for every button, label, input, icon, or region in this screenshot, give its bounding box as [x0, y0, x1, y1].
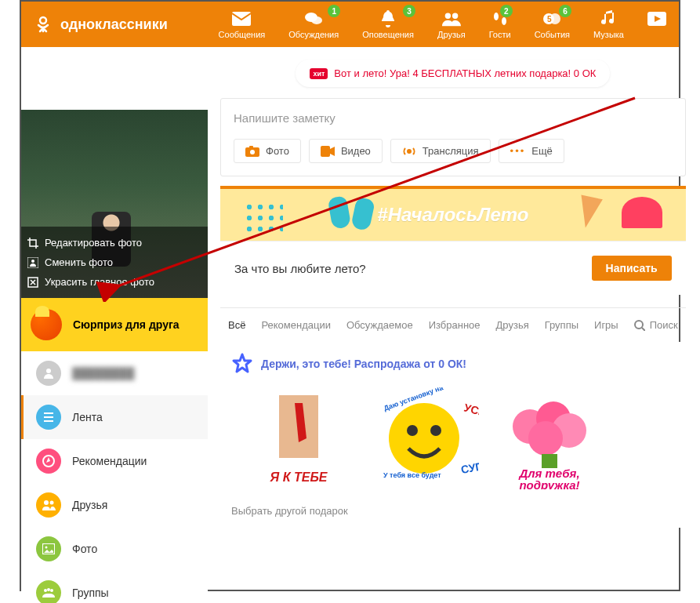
- groups-icon: [36, 580, 61, 603]
- svg-point-13: [31, 260, 34, 263]
- mail-icon: [232, 9, 251, 28]
- avatar-icon: [36, 361, 61, 386]
- sparkle-icon: [27, 277, 38, 288]
- header: одноклассники Сообщения Обсуждения 1 Опо…: [21, 2, 679, 47]
- svg-text:5: 5: [547, 15, 552, 24]
- nav-music[interactable]: Музыка: [593, 9, 624, 39]
- top-nav: Сообщения Обсуждения 1 Оповещения 3 Друз…: [219, 9, 666, 39]
- sidebar-item-groups[interactable]: Группы: [21, 571, 208, 603]
- nav-video[interactable]: [647, 9, 666, 39]
- badge: 6: [559, 5, 571, 17]
- sidebar: Редактировать фото Сменить фото Украсить…: [21, 47, 208, 603]
- music-icon: [600, 9, 618, 28]
- svg-point-4: [444, 13, 450, 19]
- gift-post-header: Держи, это тебе! Распродажа от 0 ОК!: [231, 353, 675, 375]
- flipflop-icon: [328, 195, 352, 230]
- select-other-gift[interactable]: Выбрать другой подарок: [231, 505, 675, 517]
- ok-logo-icon: [34, 15, 53, 34]
- surprise-label: Сюрприз для друга: [73, 318, 180, 331]
- logo[interactable]: одноклассники: [34, 15, 168, 34]
- summer-hashtag: #НачалосьЛето: [377, 204, 528, 226]
- promo-banner[interactable]: хит Вот и лето! Ура! 4 БЕСПЛАТНЫХ летних…: [296, 60, 610, 87]
- svg-point-3: [311, 16, 322, 24]
- nav-guests[interactable]: Гости 2: [489, 9, 511, 39]
- main: хит Вот и лето! Ура! 4 БЕСПЛАТНЫХ летних…: [208, 47, 686, 603]
- nav-discussions[interactable]: Обсуждения 1: [288, 9, 339, 39]
- note-input[interactable]: Напишите заметку: [234, 111, 673, 125]
- sidebar-item-feed[interactable]: Лента: [21, 395, 208, 439]
- photo-icon: [36, 536, 61, 561]
- svg-point-0: [40, 17, 46, 24]
- site-name: одноклассники: [60, 16, 168, 33]
- tab-all[interactable]: Всё: [228, 319, 245, 331]
- bell-icon: [379, 9, 397, 28]
- star-icon: [231, 353, 253, 375]
- summer-prompt: За что вы любите лето? Написать: [220, 241, 686, 295]
- gift-item[interactable]: Для тебя,подружка!: [495, 387, 604, 489]
- svg-point-37: [635, 321, 643, 329]
- attach-stream-button[interactable]: Трансляция: [390, 139, 491, 163]
- feed-search[interactable]: Поиск: [634, 319, 678, 331]
- svg-point-24: [44, 589, 47, 592]
- flipflop-icon: [350, 197, 375, 231]
- note-attach-buttons: Фото Видео Трансляция •••Ещё: [234, 139, 673, 163]
- svg-point-26: [50, 589, 53, 592]
- tab-recommendations[interactable]: Рекомендации: [261, 319, 331, 331]
- sidebar-item-photo[interactable]: Фото: [21, 527, 208, 571]
- content: Редактировать фото Сменить фото Украсить…: [21, 47, 679, 603]
- gift-egg-icon: [31, 309, 62, 340]
- svg-text:У тебя все будет: У тебя все будет: [383, 471, 441, 479]
- svg-rect-17: [44, 416, 53, 418]
- svg-point-25: [47, 588, 50, 591]
- attach-more-button[interactable]: •••Ещё: [499, 139, 564, 163]
- sidebar-item-friends[interactable]: Друзья: [21, 483, 208, 527]
- tab-favorites[interactable]: Избранное: [429, 319, 481, 331]
- nav-notifications[interactable]: Оповещения 3: [362, 9, 414, 39]
- svg-point-20: [44, 500, 49, 505]
- screenshot-frame: одноклассники Сообщения Обсуждения 1 Опо…: [20, 0, 680, 591]
- tab-discussed[interactable]: Обсуждаемое: [346, 319, 413, 331]
- nav-events[interactable]: 5 События 6: [535, 9, 570, 39]
- svg-point-42: [430, 425, 441, 436]
- tab-friends[interactable]: Друзья: [496, 319, 529, 331]
- svg-point-6: [494, 13, 499, 20]
- svg-point-23: [45, 547, 48, 549]
- svg-point-15: [46, 369, 51, 373]
- tab-games[interactable]: Игры: [594, 319, 618, 331]
- badge: 1: [328, 5, 340, 17]
- svg-text:Я К ТЕБЕ: Я К ТЕБЕ: [270, 470, 328, 484]
- write-button[interactable]: Написать: [592, 256, 672, 281]
- svg-rect-18: [44, 420, 53, 422]
- photo-actions-overlay: Редактировать фото Сменить фото Украсить…: [21, 227, 208, 298]
- decorate-photo-button[interactable]: Украсить главное фото: [27, 272, 201, 292]
- nav-messages[interactable]: Сообщения: [219, 9, 266, 39]
- change-photo-button[interactable]: Сменить фото: [27, 252, 201, 272]
- gift-item[interactable]: УСПЕХ!СУПЕР!Даю установку наУ тебя все б…: [369, 387, 479, 489]
- edit-photo-button[interactable]: Редактировать фото: [27, 233, 201, 252]
- nav-friends[interactable]: Друзья: [437, 9, 466, 39]
- tab-groups[interactable]: Группы: [545, 319, 578, 331]
- sidebar-item-profile[interactable]: ████████: [21, 351, 208, 395]
- gift-item[interactable]: Я К ТЕБЕ: [244, 387, 354, 489]
- svg-rect-16: [44, 412, 53, 414]
- chat-icon: [304, 9, 323, 28]
- attach-photo-button[interactable]: Фото: [234, 139, 301, 163]
- svg-point-36: [408, 150, 411, 153]
- profile-photo[interactable]: Редактировать фото Сменить фото Украсить…: [21, 110, 208, 298]
- gift-headline-link[interactable]: Держи, это тебе! Распродажа от 0 ОК!: [261, 358, 466, 370]
- crop-icon: [27, 238, 38, 249]
- gift-post: Держи, это тебе! Распродажа от 0 ОК! Я К…: [220, 342, 686, 528]
- summer-banner[interactable]: #НачалосьЛето: [220, 186, 686, 241]
- svg-rect-34: [249, 146, 253, 148]
- svg-point-40: [389, 403, 459, 474]
- sidebar-item-recommendations[interactable]: Рекомендации: [21, 439, 208, 483]
- svg-text:УСПЕХ!: УСПЕХ!: [462, 401, 479, 423]
- attach-video-button[interactable]: Видео: [309, 139, 383, 163]
- compass-icon: [36, 449, 61, 474]
- svg-text:СУПЕР!: СУПЕР!: [460, 456, 479, 476]
- hit-badge: хит: [310, 68, 328, 79]
- icecream-icon: [575, 195, 603, 231]
- hat-icon: [622, 197, 662, 228]
- profile-name: ████████: [72, 367, 134, 380]
- surprise-banner[interactable]: Сюрприз для друга: [21, 298, 208, 351]
